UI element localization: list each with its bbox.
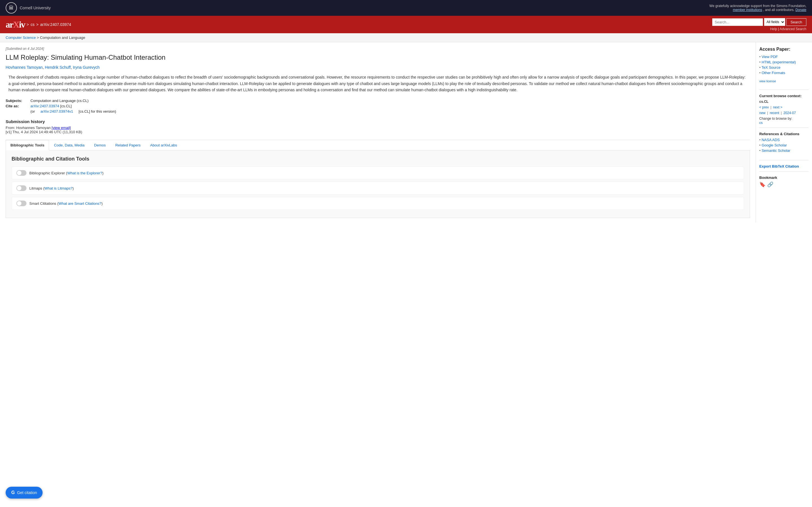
support-and: , and all contributors. <box>763 8 795 12</box>
tool-label-explorer: Bibliographic Explorer (What is the Expl… <box>29 171 103 175</box>
breadcrumb-cs[interactable]: Computer Science <box>6 36 36 40</box>
refs-link-item-google: Google Scholar <box>759 143 809 147</box>
tab-content-bibliographic: Bibliographic and Citation Tools Bibliog… <box>6 151 750 218</box>
search-links-divider: | <box>778 27 779 31</box>
search-button[interactable]: Search <box>786 18 806 26</box>
refs-citations-title: References & Citations <box>759 132 809 136</box>
tab-bibliographic-tools[interactable]: Bibliographic Tools <box>6 140 49 151</box>
tool-row-smart-citations: Smart Cititations (What are Smart Citati… <box>11 197 744 210</box>
submission-history-title: Submission history <box>6 119 750 124</box>
year-month-link[interactable]: 2024-07 <box>783 111 796 115</box>
current-browse-context: cs.CL <box>759 100 809 104</box>
member-institutions-link[interactable]: member institutions <box>733 8 762 12</box>
cornell-logo-icon: 🏛 <box>6 2 17 13</box>
cite-as-id[interactable]: arXiv:2407.03974 <box>31 104 59 108</box>
change-browse-label: Change to browse by: <box>759 117 809 121</box>
recent-link[interactable]: recent <box>770 111 779 115</box>
header: arXiv > cs > arXiv:2407.03974 All fields… <box>0 16 812 33</box>
toggle-litmaps[interactable] <box>16 185 27 191</box>
paper-title: LLM Roleplay: Simulating Human-Chatbot I… <box>6 53 750 62</box>
cite-as-content: arXiv:2407.03974 [cs.CL] <box>31 104 71 108</box>
help-link[interactable]: Help <box>770 27 777 31</box>
browse-nav: < prev | next > <box>759 105 809 109</box>
tab-code-data-media[interactable]: Code, Data, Media <box>49 140 89 150</box>
browse-nav-divider: | <box>770 105 771 109</box>
cite-as-suffix: [cs.CL] <box>60 104 71 108</box>
support-text: We gratefully acknowledge support from t… <box>709 4 806 12</box>
field-select[interactable]: All fields <box>764 18 785 26</box>
bookmark-icon-2[interactable]: 🔗 <box>767 181 773 187</box>
submission-history: Submission history From: Hovhannes Tamoy… <box>6 119 750 134</box>
html-experimental-link[interactable]: HTML (experimental) <box>762 60 796 64</box>
tool-link-smart-citations[interactable]: What are Smart Citations? <box>58 202 101 206</box>
tab-about-arxivlabs[interactable]: About arXivLabs <box>146 140 182 150</box>
view-pdf-link[interactable]: View PDF <box>762 55 778 59</box>
from-line: From: Hovhannes Tamoyan [view email] <box>6 126 750 130</box>
bookmark-section: Bookmark 🔖 🔗 <box>759 175 809 190</box>
nav-sep1: > <box>27 22 29 27</box>
toggle-smart-citations[interactable] <box>16 201 27 206</box>
subjects-row: Subjects: Computation and Language (cs.C… <box>6 99 750 103</box>
search-area: All fields Search Help | Advanced Search <box>712 18 806 31</box>
subjects-label: Subjects: <box>6 99 28 103</box>
arxiv-logo: arXiv <box>6 19 25 30</box>
tab-related-papers[interactable]: Related Papers <box>110 140 146 150</box>
authors: Hovhannes Tamoyan, Hendrik Schuff, Iryna… <box>6 65 750 69</box>
current-browse-title: Current browse context: <box>759 94 809 98</box>
new-link[interactable]: new <box>759 111 765 115</box>
tool-link-litmaps[interactable]: What is Litmaps? <box>44 186 72 190</box>
search-links: Help | Advanced Search <box>770 27 806 31</box>
from-text: From: Hovhannes Tamoyan <box>6 126 50 130</box>
cornell-name: Cornell University <box>20 6 51 10</box>
bookmark-icon-1[interactable]: 🔖 <box>759 181 765 187</box>
refs-link-item-semantic: Semantic Scholar <box>759 149 809 153</box>
export-bibtex-section: Export BibTeX Citation <box>759 164 809 172</box>
arxiv-nav: arXiv > cs > arXiv:2407.03974 <box>6 19 71 30</box>
tab-demos[interactable]: Demos <box>89 140 110 150</box>
refs-link-item-nasa: NASA ADS <box>759 138 809 142</box>
refs-links-list: NASA ADS Google Scholar Semantic Scholar <box>759 138 809 153</box>
breadcrumb: Computer Science > Computation and Langu… <box>0 33 812 42</box>
tool-name-explorer: Bibliographic Explorer <box>29 171 65 175</box>
author-2[interactable]: Hendrik Schuff <box>45 65 71 69</box>
nasa-ads-link[interactable]: NASA ADS <box>762 138 779 142</box>
tabs-bar: Bibliographic Tools Code, Data, Media De… <box>6 140 750 151</box>
paper-content: [Submitted on 4 Jul 2024] LLM Roleplay: … <box>0 42 756 223</box>
export-bibtex-link[interactable]: Export BibTeX Citation <box>759 164 799 168</box>
tool-link-explorer[interactable]: What is the Explorer? <box>67 171 102 175</box>
tex-source-link[interactable]: TeX Source <box>762 65 780 69</box>
toggle-slider-smart-citations <box>16 201 27 206</box>
access-link-item-other: Other Formats <box>759 71 809 75</box>
tabs-section: Bibliographic Tools Code, Data, Media De… <box>6 140 750 218</box>
breadcrumb-sub: Computation and Language <box>40 36 85 40</box>
author-3[interactable]: Iryna Gurevych <box>73 65 100 69</box>
nav-cs-link[interactable]: cs <box>31 22 35 27</box>
donate-link[interactable]: Donate <box>795 8 806 12</box>
tool-row-litmaps: Litmaps (What is Litmaps?) <box>11 182 744 194</box>
cite-as-row: Cite as: arXiv:2407.03974 [cs.CL] <box>6 104 750 108</box>
next-link[interactable]: next > <box>773 105 782 109</box>
support-prefix: We gratefully acknowledge support from t… <box>709 4 806 8</box>
cite-as-label: Cite as: <box>6 104 28 108</box>
toggle-bibliographic-explorer[interactable] <box>16 170 27 176</box>
cs-link[interactable]: cs <box>759 121 763 125</box>
cite-as-v1-link[interactable]: arXiv:2407.03974v1 <box>41 109 73 114</box>
nav-arxiv-id: arXiv:2407.03974 <box>40 22 71 27</box>
toggle-slider-explorer <box>16 170 27 176</box>
search-row: All fields Search <box>712 18 806 26</box>
view-license-link[interactable]: view license <box>759 79 809 83</box>
author-1[interactable]: Hovhannes Tamoyan <box>6 65 43 69</box>
semantic-scholar-link[interactable]: Semantic Scholar <box>762 149 790 153</box>
pipe2: | <box>781 111 782 115</box>
main-layout: [Submitted on 4 Jul 2024] LLM Roleplay: … <box>0 42 812 223</box>
bookmark-title: Bookmark <box>759 175 809 180</box>
advanced-search-link[interactable]: Advanced Search <box>779 27 806 31</box>
current-browse-section: Current browse context: cs.CL < prev | n… <box>759 94 809 128</box>
google-scholar-link[interactable]: Google Scholar <box>762 143 787 147</box>
submitted-date: [Submitted on 4 Jul 2024] <box>6 47 750 51</box>
search-input[interactable] <box>712 18 763 26</box>
other-formats-link[interactable]: Other Formats <box>762 71 785 75</box>
sidebar: Access Paper: View PDF HTML (experimenta… <box>756 42 812 223</box>
prev-link[interactable]: < prev <box>759 105 769 109</box>
view-email-link[interactable]: [view email] <box>52 126 71 130</box>
